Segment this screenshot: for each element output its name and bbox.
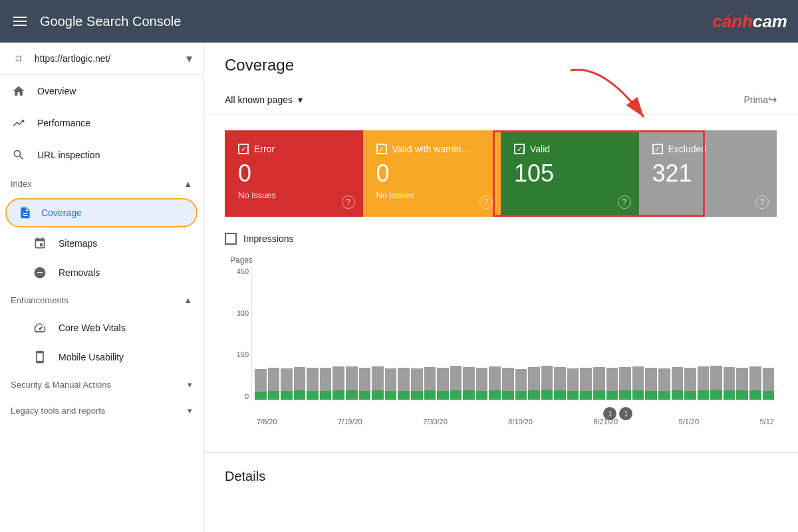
bar-stack-2: [281, 368, 293, 400]
filter-dropdown[interactable]: All known pages ▾: [225, 94, 303, 105]
bar-green-4: [307, 391, 319, 400]
bar-stack-32: [672, 367, 684, 400]
bar-gray-8: [359, 368, 371, 391]
trending-up-icon: [11, 115, 27, 131]
valid-checkbox-icon: ✓: [514, 144, 525, 154]
bar-stack-10: [385, 368, 397, 400]
legacy-section-header[interactable]: Legacy tools and reports ▾: [0, 398, 203, 424]
error-help-icon[interactable]: ?: [342, 196, 355, 209]
y-tick-0: 0: [225, 392, 249, 400]
site-icon: ⌗: [11, 51, 27, 66]
bar-gray-0: [255, 369, 267, 391]
bar-stack-29: [632, 366, 644, 400]
details-section: Details: [203, 452, 798, 500]
sidebar-item-core-web-vitals-label: Core Web Vitals: [59, 323, 126, 333]
bar-group-35: [710, 267, 722, 400]
bar-green-7: [346, 390, 358, 400]
chart-annotation-dots: 1 1: [603, 407, 632, 420]
security-section-header[interactable]: Security & Manual Actions ▾: [0, 372, 203, 398]
security-section-label: Security & Manual Actions: [11, 380, 111, 390]
bar-stack-13: [424, 367, 436, 400]
removals-icon: [32, 265, 48, 281]
annotation-area: ✓ Error 0 No issues ? ✓ Valid with warni: [225, 130, 777, 436]
bar-gray-19: [502, 368, 514, 391]
bar-group-15: [450, 267, 462, 400]
bar-green-24: [567, 391, 579, 400]
bar-stack-9: [372, 366, 384, 400]
cards-wrapper: ✓ Error 0 No issues ? ✓ Valid with warni: [225, 130, 777, 217]
secondary-filter-label: Prima↪: [743, 93, 777, 106]
error-card-subtitle: No issues: [238, 190, 350, 200]
bar-gray-14: [437, 368, 449, 391]
sidebar-item-url-inspection[interactable]: URL inspection: [0, 139, 203, 171]
legacy-section-label: Legacy tools and reports: [11, 406, 105, 416]
index-section-header[interactable]: Index ▲: [0, 171, 203, 197]
warning-card[interactable]: ✓ Valid with warnin... 0 No issues ?: [363, 130, 501, 217]
chart-container: Pages 450 300 150 0: [225, 255, 777, 436]
annotation-arrow: [537, 57, 670, 130]
bar-green-31: [658, 391, 670, 400]
error-card-value: 0: [238, 160, 350, 188]
excluded-card[interactable]: ✓ Excluded 321 ?: [639, 130, 777, 217]
chart-y-axis: 450 300 150 0: [225, 267, 251, 414]
bar-group-7: [346, 267, 358, 400]
bar-group-14: [437, 267, 449, 400]
x-tick-6: 9/1/20: [679, 418, 700, 426]
bar-stack-37: [736, 368, 748, 400]
bar-stack-16: [463, 367, 475, 400]
hamburger-menu[interactable]: [11, 14, 29, 29]
sidebar-item-mobile-usability[interactable]: Mobile Usability: [0, 342, 203, 372]
bar-group-5: [320, 267, 332, 400]
sidebar-item-performance-label: Performance: [37, 118, 90, 128]
bar-gray-4: [307, 368, 319, 390]
site-selector[interactable]: ⌗ https://artlogic.net/ ▾: [0, 43, 203, 75]
bar-group-21: [528, 267, 540, 400]
bar-green-20: [515, 391, 527, 400]
bar-group-1: [268, 267, 280, 400]
sidebar-item-sitemaps[interactable]: Sitemaps: [0, 229, 203, 258]
error-card[interactable]: ✓ Error 0 No issues ?: [225, 130, 363, 217]
bar-gray-33: [684, 368, 696, 390]
valid-help-icon[interactable]: ?: [618, 196, 631, 209]
warning-help-icon[interactable]: ?: [479, 196, 493, 209]
bar-stack-26: [593, 367, 605, 400]
sidebar-item-removals-label: Removals: [59, 267, 100, 278]
chart-y-label: Pages: [225, 255, 777, 265]
impressions-checkbox[interactable]: [225, 233, 237, 245]
impressions-label: Impressions: [243, 233, 293, 244]
bar-gray-18: [489, 366, 501, 390]
bar-stack-34: [698, 366, 710, 400]
annotation-dot-1: 1: [603, 407, 616, 420]
bar-green-12: [411, 391, 423, 400]
sidebar-item-performance[interactable]: Performance: [0, 107, 203, 139]
x-tick-1: 7/8/20: [257, 418, 277, 426]
bar-gray-29: [632, 366, 644, 390]
sidebar-item-removals[interactable]: Removals: [0, 258, 203, 287]
sidebar-item-mobile-usability-label: Mobile Usability: [59, 352, 124, 362]
x-tick-2: 7/19/20: [338, 418, 362, 426]
bar-gray-26: [593, 367, 605, 391]
bar-gray-34: [698, 366, 710, 390]
chart-x-axis: 7/8/20 7/19/20 7/30/20 8/10/20 8/21/20 9…: [225, 414, 777, 426]
sidebar-item-coverage[interactable]: Coverage: [5, 198, 198, 227]
bar-green-1: [268, 391, 280, 400]
y-tick-150: 150: [225, 350, 249, 358]
valid-card[interactable]: ✓ Valid 105 ?: [501, 130, 639, 217]
bar-gray-10: [385, 368, 397, 391]
bar-group-36: [724, 267, 735, 400]
security-chevron-down-icon: ▾: [188, 380, 192, 390]
bar-group-19: [502, 267, 514, 400]
bar-gray-27: [606, 368, 618, 390]
enhancements-section-header[interactable]: Enhancements ▲: [0, 287, 203, 313]
bar-gray-30: [645, 368, 657, 391]
excluded-help-icon[interactable]: ?: [755, 196, 769, 209]
bar-stack-15: [450, 366, 462, 400]
bar-gray-12: [411, 368, 423, 391]
sidebar-item-overview[interactable]: Overview: [0, 75, 203, 107]
error-card-title: Error: [254, 144, 275, 154]
bar-green-28: [619, 390, 631, 400]
chart-bars-area: 1 1: [251, 267, 777, 414]
sidebar-item-core-web-vitals[interactable]: Core Web Vitals: [0, 313, 203, 342]
bar-stack-23: [554, 367, 566, 400]
bar-group-2: [281, 267, 293, 400]
